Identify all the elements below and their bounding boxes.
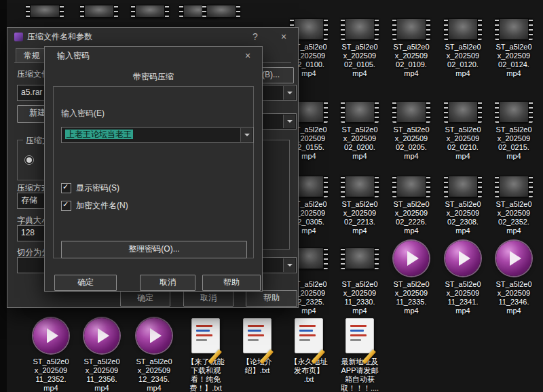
video-thumbnail-icon	[444, 18, 482, 40]
video-thumbnail-icon	[341, 101, 379, 123]
encrypt-filenames-row[interactable]: 加密文件名(N)	[61, 200, 128, 212]
icon-label: 【来了就能下载和观看！纯免费！】.txt	[187, 357, 225, 392]
icon-label: ST_a5l2e0x_20250911_2352.mp4	[33, 357, 69, 392]
chevron-down-icon[interactable]	[283, 86, 295, 100]
archive-app-icon	[14, 33, 23, 41]
desktop-icon-video[interactable]: ST_a5l2e0x_20250902_0109.mp4	[387, 18, 436, 78]
tab-general[interactable]: 常规	[16, 48, 48, 63]
desktop-icon-video[interactable]	[197, 4, 246, 20]
taskbar-edge-strip[interactable]	[0, 0, 7, 392]
desktop-icon-video[interactable]: ST_a5l2e0x_20250902_2308.mp4	[438, 175, 487, 235]
close-icon[interactable]: ×	[276, 31, 291, 42]
show-password-label: 显示密码(S)	[76, 182, 119, 194]
desktop-icon-video[interactable]: ST_a5l2e0x_20250912_2345.mp4	[130, 316, 179, 392]
video-thumbnail-icon	[392, 101, 430, 123]
close-icon[interactable]: ×	[240, 50, 255, 61]
icon-label: ST_a5l2e0x_20250911_2335.mp4	[393, 280, 429, 315]
desktop-icon-video[interactable]: ST_a5l2e0x_20250902_0200.mp4	[335, 100, 384, 161]
cancel-button[interactable]: 取消	[140, 275, 195, 291]
help-icon[interactable]: ?	[248, 31, 263, 42]
cancel-button[interactable]: 取消	[183, 290, 233, 307]
desktop-icon-video[interactable]: ST_a5l2e0x_20250902_0215.mp4	[489, 100, 538, 161]
format-radio[interactable]	[24, 155, 34, 165]
video-thumbnail-icon	[444, 176, 482, 197]
icon-label: ST_a5l2e0x_20250911_2346.mp4	[495, 280, 531, 315]
password-input[interactable]: 上老王论坛当老王	[61, 127, 254, 143]
desktop-icon-text-file[interactable]: 【永久地址发布页】.txt	[284, 316, 333, 384]
desktop-screen: ST_a5l2e0x_20250902_0100.mp4ST_a5l2e0x_2…	[0, 0, 543, 392]
desktop-icon-video[interactable]: ST_a5l2e0x_20250902_0105.mp4	[335, 18, 384, 78]
organize-passwords-button[interactable]: 整理密码(O)...	[61, 241, 247, 258]
desktop-icon-video[interactable]: ST_a5l2e0x_20250911_2335.mp4	[387, 239, 436, 315]
desktop-icon-text-file[interactable]: 【论坛介绍】.txt	[233, 316, 282, 375]
video-thumbnail-icon	[495, 176, 533, 197]
encrypt-filenames-checkbox[interactable]	[61, 201, 71, 211]
icon-label: ST_a5l2e0x_20250902_0215.mp4	[495, 125, 531, 161]
desktop-icon-video[interactable]: ST_a5l2e0x_20250902_2226.mp4	[387, 175, 436, 235]
icon-label: ST_a5l2e0x_20250902_0120.mp4	[445, 43, 481, 78]
method-value: 存储	[21, 195, 37, 205]
icon-label: ST_a5l2e0x_20250902_0205.mp4	[393, 125, 429, 161]
text-file-icon	[295, 318, 323, 353]
video-thumbnail-icon	[131, 5, 169, 18]
desktop-icon-video[interactable]: ST_a5l2e0x_20250911_2356.mp4	[77, 316, 126, 392]
desktop-icon-video[interactable]: ST_a5l2e0x_20250911_2346.mp4	[489, 239, 538, 315]
help-button[interactable]: 帮助	[202, 275, 261, 291]
play-icon	[136, 318, 172, 353]
play-icon	[84, 318, 119, 353]
desktop-icon-video[interactable]: ST_a5l2e0x_20250902_0210.mp4	[438, 100, 487, 161]
video-thumbnail-icon	[341, 18, 379, 40]
icon-label: ST_a5l2e0x_20250902_0210.mp4	[445, 125, 481, 161]
video-thumbnail-icon	[80, 5, 118, 18]
chevron-down-icon[interactable]	[240, 128, 252, 142]
icon-label: ST_a5l2e0x_20250902_0200.mp4	[341, 125, 377, 161]
password-dialog-title: 输入密码	[57, 50, 236, 62]
video-thumbnail-icon	[341, 248, 379, 269]
password-dialog-titlebar[interactable]: 输入密码 ×	[45, 47, 262, 64]
desktop-icon-video[interactable]: ST_a5l2e0x_20250911_2330.mp4	[335, 239, 384, 315]
desktop-icon-video[interactable]: ST_a5l2e0x_20250902_2352.mp4	[489, 175, 538, 235]
dictionary-value: 128	[21, 228, 35, 237]
ok-button[interactable]: 确定	[54, 275, 117, 291]
desktop-icon-video[interactable]: ST_a5l2e0x_20250902_2213.mp4	[335, 175, 384, 235]
icon-label: 【论坛介绍】.txt	[242, 357, 272, 375]
desktop-icon-text-file[interactable]: 最新地址及APP请发邮箱自动获取！！！....	[335, 316, 384, 392]
desktop-icon-video[interactable]: ST_a5l2e0x_20250902_0120.mp4	[438, 18, 487, 78]
icon-label: ST_a5l2e0x_20250902_2226.mp4	[393, 200, 429, 235]
video-thumbnail-icon	[341, 176, 379, 197]
video-thumbnail-icon	[392, 176, 430, 197]
icon-label: ST_a5l2e0x_20250902_0124.mp4	[495, 43, 531, 78]
icon-label: ST_a5l2e0x_20250902_2308.mp4	[445, 200, 481, 235]
ok-button[interactable]: 确定	[120, 290, 170, 307]
desktop-icon-video[interactable]: ST_a5l2e0x_20250911_2341.mp4	[438, 239, 487, 315]
archive-name-value: a5.rar	[21, 87, 42, 97]
text-file-icon	[345, 318, 374, 353]
show-password-row[interactable]: 显示密码(S)	[61, 182, 119, 194]
play-icon	[496, 241, 531, 276]
desktop-icon-video[interactable]	[75, 4, 124, 20]
chevron-down-icon[interactable]	[283, 115, 295, 128]
icon-label: 最新地址及APP请发邮箱自动获取！！！....	[341, 357, 379, 392]
icon-label: ST_a5l2e0x_20250902_0105.mp4	[341, 43, 377, 78]
play-icon	[394, 241, 429, 276]
video-thumbnail-icon	[26, 5, 64, 18]
desktop-icon-video[interactable]	[20, 4, 69, 20]
desktop-icon-video[interactable]	[126, 4, 174, 20]
archive-dialog-titlebar[interactable]: 压缩文件名和参数 ? ×	[7, 28, 298, 45]
show-password-checkbox[interactable]	[61, 183, 71, 193]
play-icon	[33, 318, 69, 353]
archive-dialog-title: 压缩文件名和参数	[27, 31, 244, 43]
password-dialog-header: 带密码压缩	[45, 71, 262, 83]
desktop-icon-video[interactable]: ST_a5l2e0x_20250902_0124.mp4	[489, 18, 538, 78]
desktop-icon-text-file[interactable]: 【来了就能下载和观看！纯免费！】.txt	[181, 316, 230, 392]
desktop-icon-video[interactable]: ST_a5l2e0x_20250902_0205.mp4	[387, 100, 436, 161]
help-button[interactable]: 帮助	[246, 290, 297, 307]
play-icon	[445, 241, 481, 276]
password-dialog: 输入密码 × 带密码压缩 输入密码(E) 上老王论坛当老王 显示密码(S) 加密…	[44, 46, 263, 292]
video-thumbnail-icon	[495, 101, 533, 123]
chevron-down-icon[interactable]	[283, 258, 295, 272]
desktop-icon-video[interactable]: ST_a5l2e0x_20250911_2352.mp4	[26, 316, 75, 392]
text-file-icon	[243, 318, 272, 353]
icon-label: ST_a5l2e0x_20250911_2341.mp4	[445, 280, 481, 315]
icon-label: ST_a5l2e0x_20250911_2356.mp4	[83, 357, 119, 392]
